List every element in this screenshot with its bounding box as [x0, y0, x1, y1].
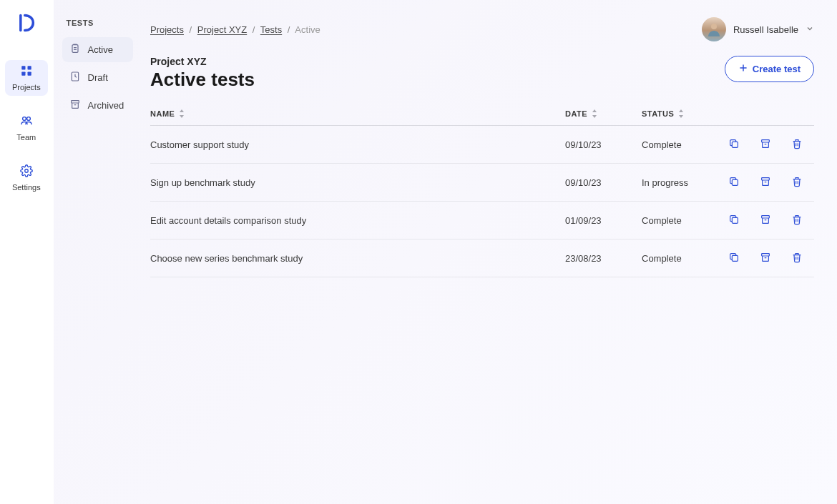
- copy-button[interactable]: [725, 173, 743, 192]
- cell-status: Complete: [642, 215, 725, 226]
- icon-rail: Projects Team Settings: [0, 0, 54, 504]
- archive-icon: [760, 138, 771, 152]
- page-header: Project XYZ Active tests Create test: [150, 56, 814, 91]
- topbar: Projects / Project XYZ / Tests / Active …: [150, 17, 814, 41]
- copy-button[interactable]: [725, 211, 743, 230]
- rail-item-label: Settings: [12, 183, 41, 192]
- sidebar-item-label: Active: [88, 44, 113, 55]
- plus-icon: [738, 63, 748, 75]
- cell-actions: [725, 135, 814, 154]
- archive-button[interactable]: [757, 211, 774, 230]
- breadcrumb-sep: /: [190, 24, 192, 35]
- trash-icon: [791, 138, 803, 152]
- sort-icon: [677, 109, 685, 118]
- column-label: NAME: [150, 109, 175, 118]
- project-name: Project XYZ: [150, 56, 255, 67]
- cell-status: In progress: [642, 177, 725, 188]
- cell-name: Choose new series benchmark study: [150, 253, 565, 264]
- copy-icon: [728, 176, 740, 189]
- app-logo: [16, 13, 36, 33]
- cell-status: Complete: [642, 139, 725, 150]
- rail-item-label: Projects: [12, 83, 41, 92]
- cell-name: Sign up benchmark study: [150, 177, 565, 188]
- breadcrumb-link-tests[interactable]: Tests: [260, 24, 282, 35]
- copy-button[interactable]: [725, 249, 743, 268]
- column-header-name[interactable]: NAME: [150, 109, 565, 118]
- breadcrumb-link-projects[interactable]: Projects: [150, 24, 184, 35]
- column-header-status[interactable]: STATUS: [642, 109, 725, 118]
- table-row[interactable]: Edit account details comparison study01/…: [150, 202, 814, 239]
- cell-date: 09/10/23: [565, 139, 642, 150]
- cell-actions: [725, 173, 814, 192]
- breadcrumb: Projects / Project XYZ / Tests / Active: [150, 24, 320, 35]
- user-menu[interactable]: Russell Isabelle: [702, 17, 814, 41]
- delete-button[interactable]: [788, 249, 806, 268]
- delete-button[interactable]: [788, 135, 806, 154]
- trash-icon: [791, 252, 803, 265]
- svg-rect-17: [732, 255, 738, 261]
- svg-rect-3: [27, 72, 31, 76]
- create-test-label: Create test: [753, 64, 801, 74]
- svg-rect-7: [72, 45, 78, 53]
- sidebar-item-active[interactable]: Active: [62, 37, 133, 62]
- copy-button[interactable]: [725, 135, 743, 154]
- cell-actions: [725, 211, 814, 230]
- user-name: Russell Isabelle: [733, 24, 798, 35]
- rail-item-team[interactable]: Team: [5, 110, 48, 146]
- svg-rect-13: [732, 179, 738, 185]
- svg-rect-0: [21, 66, 25, 69]
- svg-point-4: [22, 117, 26, 121]
- sort-icon: [591, 109, 598, 118]
- create-test-button[interactable]: Create test: [725, 56, 814, 82]
- table-row[interactable]: Customer support study09/10/23Complete: [150, 126, 814, 164]
- copy-icon: [728, 214, 740, 227]
- archive-icon: [760, 214, 771, 227]
- rail-item-projects[interactable]: Projects: [5, 60, 48, 96]
- copy-icon: [728, 252, 740, 265]
- sidebar-item-label: Archived: [88, 100, 124, 111]
- table-row[interactable]: Choose new series benchmark study23/08/2…: [150, 239, 814, 277]
- rail-item-settings[interactable]: Settings: [5, 160, 48, 196]
- column-header-date[interactable]: DATE: [565, 109, 642, 118]
- svg-rect-9: [71, 101, 79, 103]
- svg-rect-15: [732, 217, 738, 223]
- delete-button[interactable]: [788, 211, 806, 230]
- svg-point-5: [26, 117, 30, 121]
- column-label: STATUS: [642, 109, 674, 118]
- avatar: [702, 17, 726, 41]
- page-title: Active tests: [150, 69, 255, 91]
- column-label: DATE: [565, 109, 587, 118]
- sidebar: TESTS Active Draft Archived: [54, 0, 139, 504]
- cell-name: Edit account details comparison study: [150, 215, 565, 226]
- sort-icon: [178, 109, 185, 118]
- cell-actions: [725, 249, 814, 268]
- cell-status: Complete: [642, 253, 725, 264]
- breadcrumb-sep: /: [288, 24, 290, 35]
- sidebar-item-archived[interactable]: Archived: [62, 93, 133, 118]
- svg-rect-12: [762, 139, 770, 142]
- table-header: NAME DATE STATUS: [150, 109, 814, 126]
- breadcrumb-link-project-xyz[interactable]: Project XYZ: [197, 24, 247, 35]
- svg-rect-16: [762, 215, 770, 217]
- archive-button[interactable]: [757, 135, 774, 154]
- svg-rect-18: [762, 253, 770, 255]
- sidebar-item-draft[interactable]: Draft: [62, 65, 133, 90]
- svg-point-10: [711, 24, 717, 29]
- archive-button[interactable]: [757, 173, 774, 192]
- table-row[interactable]: Sign up benchmark study09/10/23In progre…: [150, 164, 814, 202]
- grid-icon: [20, 64, 33, 80]
- cell-date: 23/08/23: [565, 253, 642, 264]
- svg-rect-2: [21, 72, 25, 76]
- draft-icon: [69, 71, 81, 84]
- delete-button[interactable]: [788, 173, 806, 192]
- cell-name: Customer support study: [150, 139, 565, 150]
- clipboard-icon: [69, 43, 81, 56]
- sidebar-title: TESTS: [62, 19, 133, 27]
- archive-button[interactable]: [757, 249, 774, 268]
- svg-rect-14: [762, 177, 770, 179]
- main: Projects / Project XYZ / Tests / Active …: [139, 0, 837, 504]
- breadcrumb-current: Active: [295, 24, 320, 35]
- tests-table: NAME DATE STATUS Customer support study0…: [150, 109, 814, 277]
- svg-rect-11: [732, 142, 738, 147]
- archive-icon: [69, 99, 81, 112]
